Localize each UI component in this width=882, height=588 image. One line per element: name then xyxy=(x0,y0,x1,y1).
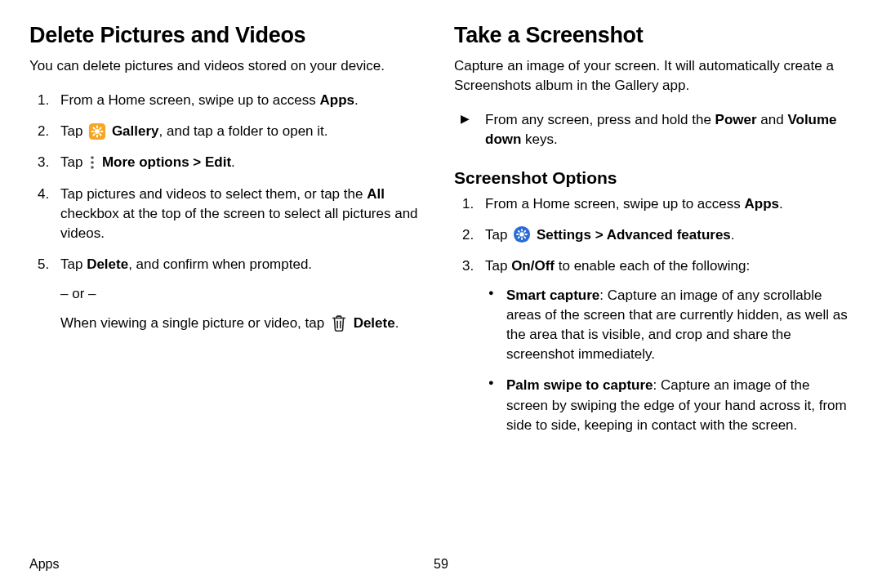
bold-delete-alt: Delete xyxy=(354,315,395,331)
footer-section: Apps xyxy=(29,557,59,571)
svg-rect-15 xyxy=(521,229,523,231)
bold-apps: Apps xyxy=(744,196,779,212)
text: From a Home screen, swipe up to access xyxy=(485,196,744,212)
bold-settings: Settings xyxy=(537,227,591,243)
bold-more-options: More options xyxy=(102,154,189,170)
svg-point-14 xyxy=(519,232,524,237)
right-step-3: Tap On/Off to enable each of the followi… xyxy=(454,256,853,435)
text: . xyxy=(731,227,735,243)
right-step-1: From a Home screen, swipe up to access A… xyxy=(454,194,853,214)
text: . xyxy=(354,92,359,108)
right-column: Take a Screenshot Capture an image of yo… xyxy=(454,23,853,546)
svg-point-10 xyxy=(91,156,94,159)
text: Tap xyxy=(60,256,87,272)
left-intro: You can delete pictures and videos store… xyxy=(29,56,428,76)
right-intro: Capture an image of your screen. It will… xyxy=(454,56,853,96)
svg-point-12 xyxy=(91,166,94,169)
text: From a Home screen, swipe up to access xyxy=(60,92,319,108)
text: to enable each of the following: xyxy=(555,258,750,274)
left-step-2: Tap Gallery, and tap a folder to open it… xyxy=(29,122,428,141)
more-options-icon xyxy=(88,154,96,172)
bold-on-off: On/Off xyxy=(511,258,555,274)
svg-rect-3 xyxy=(96,134,98,137)
text: . xyxy=(395,315,399,331)
text: Tap pictures and videos to select them, … xyxy=(60,186,367,202)
left-steps: From a Home screen, swipe up to access A… xyxy=(29,91,428,333)
bold-apps: Apps xyxy=(319,92,354,108)
right-heading: Take a Screenshot xyxy=(454,23,853,48)
text: . xyxy=(779,196,783,212)
chevron: > xyxy=(591,227,607,243)
bold-palm-swipe: Palm swipe to capture xyxy=(506,377,653,393)
svg-rect-16 xyxy=(521,238,523,240)
svg-rect-4 xyxy=(91,131,95,132)
svg-rect-5 xyxy=(100,131,104,132)
trash-icon xyxy=(330,314,348,332)
text: When viewing a single picture or video, … xyxy=(60,315,328,331)
right-step-2: Tap Settings > Advanced features. xyxy=(454,225,853,245)
bold-advanced-features: Advanced features xyxy=(607,227,731,243)
bullet-palm-swipe: Palm swipe to capture: Capture an image … xyxy=(485,376,853,434)
text: and xyxy=(757,112,788,127)
left-step-1: From a Home screen, swipe up to access A… xyxy=(29,91,428,110)
alt-text: When viewing a single picture or video, … xyxy=(60,314,428,333)
right-subheading: Screenshot Options xyxy=(454,168,853,188)
page-content: Delete Pictures and Videos You can delet… xyxy=(29,23,853,546)
bold-edit: Edit xyxy=(205,154,231,170)
left-step5-sub: – or – When viewing a single picture or … xyxy=(60,284,428,333)
right-arrow-list: From any screen, press and hold the Powe… xyxy=(454,110,853,149)
svg-rect-17 xyxy=(516,234,519,235)
left-step-4: Tap pictures and videos to select them, … xyxy=(29,185,428,243)
right-bullets: Smart capture: Capture an image of any s… xyxy=(485,286,853,435)
or-text: – or – xyxy=(60,284,428,304)
right-arrow-item: From any screen, press and hold the Powe… xyxy=(454,110,853,149)
bold-smart-capture: Smart capture xyxy=(506,287,599,303)
svg-rect-2 xyxy=(96,125,98,128)
text: . xyxy=(231,154,235,170)
text: From any screen, press and hold the xyxy=(485,112,715,127)
footer-page-number: 59 xyxy=(434,557,448,572)
text: Tap xyxy=(60,123,87,139)
bold-all: All xyxy=(367,186,385,202)
right-steps: From a Home screen, swipe up to access A… xyxy=(454,194,853,435)
text: , and confirm when prompted. xyxy=(128,256,312,272)
page-footer: Apps 59 xyxy=(29,557,853,572)
svg-rect-18 xyxy=(525,234,528,235)
left-column: Delete Pictures and Videos You can delet… xyxy=(29,23,428,546)
bold-gallery: Gallery xyxy=(112,123,159,139)
settings-icon xyxy=(513,225,531,243)
svg-point-1 xyxy=(95,129,100,134)
text: Tap xyxy=(60,154,87,170)
left-step-5: Tap Delete, and confirm when prompted. –… xyxy=(29,255,428,333)
left-step-3: Tap More options > Edit. xyxy=(29,153,428,172)
bold-power: Power xyxy=(715,112,757,127)
svg-point-11 xyxy=(91,161,94,164)
bold-delete: Delete xyxy=(87,256,128,272)
text: Tap xyxy=(485,258,511,274)
text: , and tap a folder to open it. xyxy=(159,123,328,139)
left-heading: Delete Pictures and Videos xyxy=(29,23,428,48)
text: keys. xyxy=(521,131,557,147)
gallery-icon xyxy=(88,122,106,140)
text: Tap xyxy=(485,227,511,243)
chevron: > xyxy=(189,154,205,170)
bullet-smart-capture: Smart capture: Capture an image of any s… xyxy=(485,286,853,365)
text: checkbox at the top of the screen to sel… xyxy=(60,206,418,241)
